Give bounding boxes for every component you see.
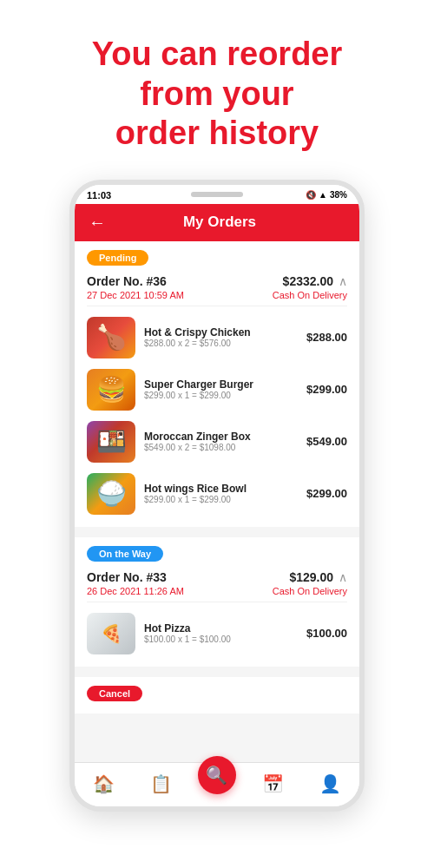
status-badge-pending: Pending bbox=[87, 250, 148, 266]
item-image-2: 🍔 bbox=[87, 369, 135, 411]
order-item-1: 🍗 Hot & Crispy Chicken $288.00 x 2 = $57… bbox=[75, 312, 359, 364]
order-meta-2: 26 Dec 2021 11:26 AM Cash On Delivery bbox=[75, 586, 359, 596]
nav-orders[interactable]: 📋 bbox=[140, 770, 182, 798]
item-info-1: Hot & Crispy Chicken $288.00 x 2 = $576.… bbox=[144, 326, 298, 348]
item-sub-4: $299.00 x 1 = $299.00 bbox=[144, 495, 298, 504]
order-total-1: $2332.00 bbox=[283, 274, 333, 288]
chevron-up-2[interactable]: ∧ bbox=[339, 570, 347, 584]
food-emoji-2: 🍔 bbox=[87, 369, 135, 411]
divider-2 bbox=[87, 602, 347, 602]
item-info-5: Hot Pizza $100.00 x 1 = $100.00 bbox=[144, 622, 298, 644]
food-emoji-3: 🍱 bbox=[87, 421, 135, 463]
food-emoji-5: 🍕 bbox=[87, 613, 135, 654]
search-fab-icon: 🔍 bbox=[206, 765, 227, 786]
order-item-5: 🍕 Hot Pizza $100.00 x 1 = $100.00 $100.0… bbox=[75, 608, 359, 660]
item-info-3: Moroccan Zinger Box $549.00 x 2 = $1098.… bbox=[144, 431, 298, 452]
hero-section: You can reorder from your order history bbox=[57, 0, 378, 180]
order-payment-1: Cash On Delivery bbox=[273, 290, 347, 300]
status-badge-ontheway: On the Way bbox=[87, 546, 163, 562]
bottom-nav: 🏠 📋 🔍 📅 👤 bbox=[75, 762, 359, 806]
calendar-icon: 📅 bbox=[262, 773, 284, 794]
order-header-1: Order No. #36 $2332.00 ∧ bbox=[75, 271, 359, 290]
item-name-4: Hot wings Rice Bowl bbox=[144, 483, 298, 495]
search-fab-button[interactable]: 🔍 bbox=[198, 756, 236, 794]
divider-1 bbox=[87, 306, 347, 306]
page-title: My Orders bbox=[115, 214, 325, 231]
order-total-2: $129.00 bbox=[289, 570, 333, 584]
item-name-5: Hot Pizza bbox=[144, 622, 298, 635]
food-emoji-4: 🍚 bbox=[87, 473, 135, 515]
wifi-icon: ▲ bbox=[319, 190, 327, 200]
phone-mockup: 11:03 🔇 ▲ 38% ← My Orders Pending Order … bbox=[69, 180, 365, 812]
item-name-3: Moroccan Zinger Box bbox=[144, 431, 298, 443]
order-section-cancel: Cancel bbox=[75, 677, 359, 713]
nav-calendar[interactable]: 📅 bbox=[252, 770, 294, 798]
item-image-4: 🍚 bbox=[87, 473, 135, 515]
home-icon: 🏠 bbox=[93, 773, 115, 794]
item-info-4: Hot wings Rice Bowl $299.00 x 1 = $299.0… bbox=[144, 483, 298, 504]
item-price-1: $288.00 bbox=[306, 331, 347, 344]
status-time: 11:03 bbox=[87, 190, 111, 201]
item-image-3: 🍱 bbox=[87, 421, 135, 463]
order-date-1: 27 Dec 2021 10:59 AM bbox=[87, 290, 184, 300]
item-image-5: 🍕 bbox=[87, 613, 135, 654]
item-sub-3: $549.00 x 2 = $1098.00 bbox=[144, 443, 298, 452]
battery-text: 38% bbox=[330, 190, 347, 200]
item-sub-1: $288.00 x 2 = $576.00 bbox=[144, 339, 298, 348]
food-emoji-1: 🍗 bbox=[87, 317, 135, 358]
order-meta-1: 27 Dec 2021 10:59 AM Cash On Delivery bbox=[75, 290, 359, 300]
item-price-2: $299.00 bbox=[306, 383, 347, 396]
nav-home[interactable]: 🏠 bbox=[82, 770, 125, 798]
item-sub-5: $100.00 x 1 = $100.00 bbox=[144, 635, 298, 644]
item-image-1: 🍗 bbox=[87, 317, 135, 358]
order-header-2: Order No. #33 $129.00 ∧ bbox=[75, 567, 359, 586]
status-badge-cancel: Cancel bbox=[87, 686, 142, 701]
top-bar: ← My Orders bbox=[75, 204, 359, 241]
phone-notch bbox=[191, 192, 243, 197]
order-number-1: Order No. #36 bbox=[87, 274, 167, 288]
order-payment-2: Cash On Delivery bbox=[273, 586, 347, 596]
item-price-5: $100.00 bbox=[306, 627, 347, 640]
mute-icon: 🔇 bbox=[306, 190, 316, 200]
item-name-1: Hot & Crispy Chicken bbox=[144, 326, 298, 339]
back-button[interactable]: ← bbox=[89, 213, 106, 233]
orders-icon: 📋 bbox=[150, 773, 172, 794]
order-item-2: 🍔 Super Charger Burger $299.00 x 1 = $29… bbox=[75, 364, 359, 416]
order-section-ontheway: On the Way Order No. #33 $129.00 ∧ 26 De… bbox=[75, 537, 359, 667]
item-price-4: $299.00 bbox=[306, 487, 347, 500]
nav-profile[interactable]: 👤 bbox=[309, 770, 352, 798]
chevron-up-1[interactable]: ∧ bbox=[339, 274, 347, 288]
item-sub-2: $299.00 x 1 = $299.00 bbox=[144, 391, 298, 400]
profile-icon: 👤 bbox=[319, 773, 341, 794]
order-number-2: Order No. #33 bbox=[87, 570, 167, 584]
order-item-3: 🍱 Moroccan Zinger Box $549.00 x 2 = $109… bbox=[75, 416, 359, 468]
status-icons: 🔇 ▲ 38% bbox=[306, 190, 347, 200]
hero-title: You can reorder from your order history bbox=[92, 35, 343, 154]
orders-content: Pending Order No. #36 $2332.00 ∧ 27 Dec … bbox=[75, 241, 359, 762]
order-section-pending: Pending Order No. #36 $2332.00 ∧ 27 Dec … bbox=[75, 241, 359, 527]
item-info-2: Super Charger Burger $299.00 x 1 = $299.… bbox=[144, 378, 298, 400]
item-name-2: Super Charger Burger bbox=[144, 378, 298, 391]
item-price-3: $549.00 bbox=[306, 435, 347, 448]
order-item-4: 🍚 Hot wings Rice Bowl $299.00 x 1 = $299… bbox=[75, 468, 359, 520]
order-date-2: 26 Dec 2021 11:26 AM bbox=[87, 586, 184, 596]
